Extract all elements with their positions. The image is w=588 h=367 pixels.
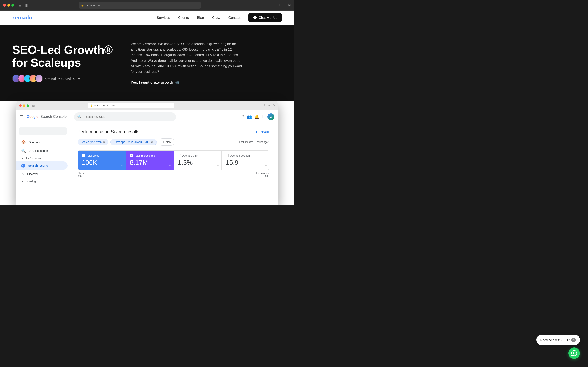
chat-with-us-button[interactable]: 💬 Chat with Us xyxy=(249,13,282,22)
gsc-search-bar[interactable]: 🔍 xyxy=(74,112,176,121)
inner-browser: ⊞ ◫ ‹ › 🔒 search.google.com ⬆ ＋ ⧉ ☰ G xyxy=(16,101,278,205)
new-filter-button[interactable]: ＋ New xyxy=(159,138,174,146)
search-icon: 🔍 xyxy=(21,149,26,153)
inner-forward[interactable]: › xyxy=(42,104,43,107)
download-icon: ⬇ xyxy=(255,130,258,133)
close-button[interactable] xyxy=(3,4,6,7)
lock-icon: 🔒 xyxy=(81,4,84,7)
sidebar-search-results-label: Search results xyxy=(28,164,48,167)
sidebar-item-discover[interactable]: ✳ Discover xyxy=(16,170,68,178)
inner-address-bar[interactable]: 🔒 search.google.com xyxy=(88,103,174,108)
chat-label: Chat with Us xyxy=(259,16,277,20)
nav-crew[interactable]: Crew xyxy=(212,16,220,20)
gsc-page-header: Performance on Search results ⬇ EXPORT xyxy=(78,129,269,134)
filter-search-type[interactable]: Search type: Web ✏ xyxy=(78,139,108,145)
gsc-menu-button[interactable]: ☰ xyxy=(20,114,23,119)
website: zeroado Services Clients Blog Crew Conta… xyxy=(0,11,294,205)
gsc-product-name: Search Console xyxy=(40,115,67,119)
avatar-group xyxy=(12,75,41,82)
gsc-logo: Google Search Console xyxy=(26,115,67,119)
browser-window-controls xyxy=(3,4,14,7)
gsc-body: 🏠 Overview 🔍 URL inspection ▼ Performanc… xyxy=(16,123,278,205)
filter-row: Search type: Web ✏ Date: Apr 1, 2023-Mar… xyxy=(78,138,269,146)
chevron-down-icon: ▼ xyxy=(21,157,24,160)
maximize-button[interactable] xyxy=(11,4,14,7)
bell-icon[interactable]: 🔔 xyxy=(254,114,259,119)
nav-contact[interactable]: Contact xyxy=(228,16,241,20)
metric-average-position[interactable]: Average position 15.9 ? xyxy=(222,151,269,170)
browser-chrome: ⊞ ◫ ‹ › 🔒 zeroado.com ⬆ ＋ ⧉ xyxy=(0,0,294,11)
inner-share-icon[interactable]: ⬆ xyxy=(264,104,266,108)
apps-icon[interactable]: ⠿ xyxy=(262,114,265,119)
help-icon[interactable]: ? xyxy=(242,114,244,119)
filter-date-label: Date: Apr 1, 2023-Mar 31, 20... xyxy=(113,141,150,143)
windows-icon[interactable]: ⧉ xyxy=(288,3,291,7)
logo-zero: zero xyxy=(12,15,23,21)
inner-minimize[interactable] xyxy=(23,104,25,107)
sidebar-item-search-results[interactable]: G Search results xyxy=(16,161,68,170)
clicks-stat-value: 900 xyxy=(78,175,82,178)
sidebar-url-inspection-label: URL inspection xyxy=(29,149,48,152)
metric-value-clicks: 106K xyxy=(82,159,121,166)
user-avatar[interactable]: Z xyxy=(268,113,274,120)
nav-links: Services Clients Blog Crew Contact xyxy=(157,16,240,20)
gsc-search-icon: 🔍 xyxy=(77,115,82,119)
hero-section: SEO-Led Growth® for Scaleups Powered by … xyxy=(0,25,294,101)
cta-text: Yes, I want crazy growth xyxy=(131,80,173,85)
nav-back[interactable]: ‹ xyxy=(30,3,34,8)
inner-browser-chrome: ⊞ ◫ ‹ › 🔒 search.google.com ⬆ ＋ ⧉ xyxy=(16,101,278,110)
inner-back[interactable]: ‹ xyxy=(39,104,40,107)
inner-close[interactable] xyxy=(19,104,22,107)
gsc-main-content: Performance on Search results ⬇ EXPORT S… xyxy=(69,123,278,205)
metric-label-impressions: Total impressions xyxy=(134,154,155,157)
navigation-bar: zeroado Services Clients Blog Crew Conta… xyxy=(0,11,294,25)
powered-by-text: Powered by ZeroAdo Crew xyxy=(44,77,80,80)
hero-left: SEO-Led Growth® for Scaleups Powered by … xyxy=(12,43,118,82)
metric-label-ctr: Average CTR xyxy=(182,154,199,157)
share-icon[interactable]: ⬆ xyxy=(278,3,281,7)
new-label: New xyxy=(166,141,171,143)
metric-total-impressions[interactable]: ✓ Total impressions 8.17M ? xyxy=(126,151,174,170)
sidebar-indexing-label: Indexing xyxy=(26,180,36,183)
back-button[interactable]: ⊞ xyxy=(17,3,22,8)
nav-forward[interactable]: › xyxy=(35,3,39,8)
inner-maximize[interactable] xyxy=(26,104,29,107)
sidebar-indexing-header[interactable]: ▼ Indexing xyxy=(16,178,69,184)
filter-date[interactable]: Date: Apr 1, 2023-Mar 31, 20... ✏ xyxy=(111,139,157,145)
gsc-google-logo: Google xyxy=(26,115,38,119)
logo-ado: ado xyxy=(23,15,32,21)
sidebar-item-overview[interactable]: 🏠 Overview xyxy=(16,138,68,147)
metric-average-ctr[interactable]: Average CTR 1.3% ? xyxy=(174,151,222,170)
nav-blog[interactable]: Blog xyxy=(197,16,204,20)
hero-cta-link[interactable]: Yes, I want crazy growth 📹 xyxy=(131,80,245,85)
metric-value-impressions: 8.17M xyxy=(130,159,169,166)
hero-right: We are ZeroAdo. We convert SEO into a fe… xyxy=(131,41,245,85)
edit-date-icon: ✏ xyxy=(151,141,154,144)
metric-checkbox-impressions: ✓ xyxy=(130,154,133,157)
inner-url: search.google.com xyxy=(94,104,114,107)
inner-copy-icon[interactable]: ⧉ xyxy=(273,104,275,108)
gsc-search-input[interactable] xyxy=(84,115,173,118)
address-bar[interactable]: 🔒 zeroado.com xyxy=(79,2,201,8)
gsc-sidebar: 🏠 Overview 🔍 URL inspection ▼ Performanc… xyxy=(16,123,69,205)
impressions-stat-value: 60K xyxy=(265,175,269,178)
nav-clients[interactable]: Clients xyxy=(178,16,189,20)
edit-icon: ✏ xyxy=(103,141,105,144)
new-tab-icon[interactable]: ＋ xyxy=(283,3,286,7)
site-logo[interactable]: zeroado xyxy=(12,15,32,21)
hero-description: We are ZeroAdo. We convert SEO into a fe… xyxy=(131,41,245,75)
sidebar-search-box[interactable] xyxy=(19,127,67,135)
metric-total-clicks[interactable]: ✓ Total clicks 106K ? xyxy=(78,151,126,170)
nav-services[interactable]: Services xyxy=(157,16,170,20)
minimize-button[interactable] xyxy=(7,4,10,7)
clicks-stat: Clicks 900 xyxy=(78,172,84,178)
inner-add-icon[interactable]: ＋ xyxy=(268,104,271,108)
people-icon[interactable]: 👥 xyxy=(247,114,252,119)
sidebar-item-url-inspection[interactable]: 🔍 URL inspection xyxy=(16,147,68,155)
sidebar-discover-label: Discover xyxy=(27,172,38,175)
sidebar-performance-header[interactable]: ▼ Performance xyxy=(16,155,69,161)
metric-label-clicks: Total clicks xyxy=(86,154,99,157)
metric-value-ctr: 1.3% xyxy=(178,159,217,166)
sidebar-toggle[interactable]: ◫ xyxy=(24,3,29,8)
export-button[interactable]: ⬇ EXPORT xyxy=(255,130,269,133)
